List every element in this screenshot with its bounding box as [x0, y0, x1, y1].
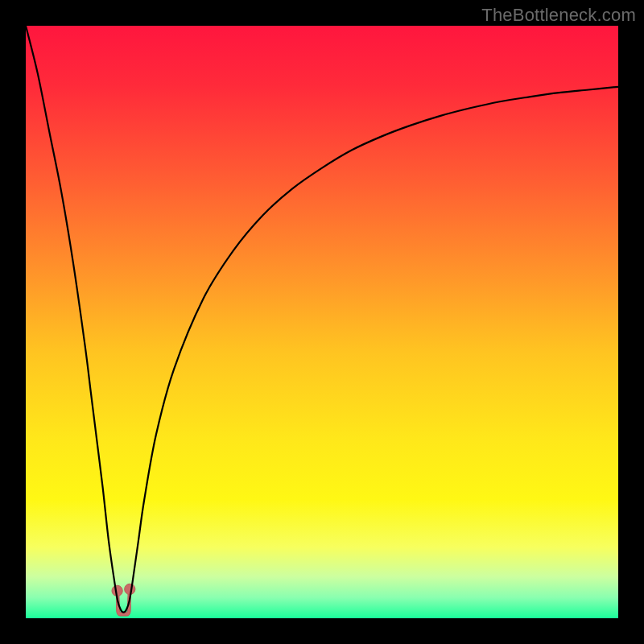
- chart-frame: TheBottleneck.com: [0, 0, 644, 644]
- plot-area: [26, 26, 618, 618]
- notch-dot-right: [125, 584, 135, 594]
- watermark-text: TheBottleneck.com: [481, 5, 636, 26]
- gradient-background: [26, 26, 618, 618]
- bottleneck-chart: [26, 26, 618, 618]
